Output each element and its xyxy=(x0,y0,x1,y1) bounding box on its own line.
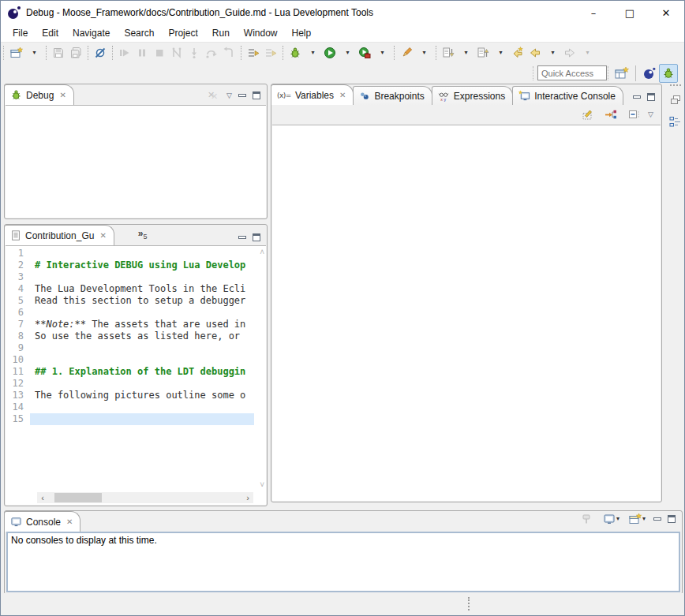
step-into-button[interactable] xyxy=(185,44,203,62)
tab-console[interactable]: Console ✕ xyxy=(4,511,80,532)
show-logical-structures-button[interactable] xyxy=(602,106,619,123)
tab-breakpoints[interactable]: Breakpoints xyxy=(353,86,432,105)
editor-line[interactable]: 9 xyxy=(6,342,254,354)
horizontal-scrollbar[interactable]: ‹ › xyxy=(37,492,253,503)
menu-item[interactable]: Edit xyxy=(35,24,66,42)
editor-line[interactable]: 1 xyxy=(6,248,254,259)
maximize-view-button[interactable] xyxy=(253,91,260,99)
drop-to-frame-button[interactable] xyxy=(262,44,279,62)
open-task-dropdown[interactable]: ▾ xyxy=(415,44,432,62)
last-edit-location-button[interactable] xyxy=(509,44,526,62)
view-menu-button[interactable]: ▽ xyxy=(226,91,232,99)
editor-line[interactable]: 10 xyxy=(6,354,254,366)
editor-line[interactable]: 14 xyxy=(6,401,254,413)
scroll-up-arrow[interactable]: ˄ xyxy=(260,248,264,256)
console-content[interactable]: No consoles to display at this time. xyxy=(6,532,680,592)
skip-all-breakpoints-button[interactable] xyxy=(92,44,109,62)
minimize-view-button[interactable] xyxy=(238,94,246,97)
tab-variables[interactable]: (x)= Variables ✕ xyxy=(271,84,354,105)
pin-console-button[interactable] xyxy=(578,510,595,528)
editor-line[interactable]: 2 # Interactive DEBUG using Lua Develop xyxy=(6,259,254,271)
display-selected-console-button[interactable]: ▾ xyxy=(601,510,621,528)
editor-line[interactable]: 7 **Note:** The assets that are used in xyxy=(6,319,254,330)
collapse-all-button[interactable] xyxy=(625,106,642,123)
previous-annotation-button[interactable] xyxy=(474,44,492,62)
forward-button[interactable] xyxy=(561,44,578,62)
run-button[interactable] xyxy=(321,44,339,62)
editor-line[interactable]: 3 xyxy=(6,271,254,283)
disconnect-button[interactable] xyxy=(168,44,185,62)
editor-line[interactable]: 5 Read this section to setup a debugger xyxy=(6,295,254,307)
menu-item[interactable]: Run xyxy=(205,24,237,42)
next-annotation-button[interactable] xyxy=(440,44,457,62)
close-icon[interactable]: ✕ xyxy=(99,231,106,240)
debug-view-content[interactable] xyxy=(6,105,266,218)
variables-view-content[interactable] xyxy=(272,125,661,501)
back-button[interactable] xyxy=(526,44,544,62)
minimize-view-button[interactable] xyxy=(633,95,641,99)
debug-dropdown[interactable]: ▾ xyxy=(304,44,321,62)
tab-expressions[interactable]: xy Expressions xyxy=(432,86,513,105)
next-annotation-dropdown[interactable]: ▾ xyxy=(457,44,474,62)
editor-line[interactable]: 12 xyxy=(6,378,254,390)
new-wizard-button[interactable] xyxy=(8,44,25,62)
maximize-view-button[interactable] xyxy=(647,93,655,101)
external-tools-button[interactable] xyxy=(356,44,373,62)
editor-line[interactable]: 4 The Lua Development Tools in the Ecli xyxy=(6,283,254,295)
restore-views-button[interactable] xyxy=(667,91,684,108)
minimize-view-button[interactable] xyxy=(238,236,246,239)
window-minimize-button[interactable]: – xyxy=(575,1,612,24)
close-icon[interactable]: ✕ xyxy=(339,91,346,99)
save-button[interactable] xyxy=(50,44,67,62)
editor-line[interactable]: 6 xyxy=(6,307,254,319)
run-dropdown[interactable]: ▾ xyxy=(339,44,356,62)
terminate-button[interactable] xyxy=(151,44,168,62)
external-tools-dropdown[interactable]: ▾ xyxy=(373,44,391,62)
trim-drag-handle[interactable] xyxy=(670,84,681,86)
editor-line[interactable]: 15 xyxy=(6,413,254,425)
debug-button[interactable] xyxy=(286,44,304,62)
menu-item[interactable]: Navigate xyxy=(66,24,117,42)
tab-debug[interactable]: Debug ✕ xyxy=(4,84,74,105)
use-step-filters-button[interactable] xyxy=(245,44,262,62)
scroll-right-arrow[interactable]: › xyxy=(242,492,253,503)
maximize-view-button[interactable] xyxy=(668,515,676,523)
scrollbar-thumb[interactable] xyxy=(54,493,102,502)
debug-perspective-button[interactable] xyxy=(659,64,678,83)
maximize-view-button[interactable] xyxy=(253,233,260,241)
tab-contribution-guide[interactable]: Contribution_Gu ✕ xyxy=(4,225,114,245)
window-close-button[interactable]: ✕ xyxy=(648,1,684,24)
remove-all-terminated-button[interactable]: ✕✕ xyxy=(208,90,220,101)
status-drag-handle[interactable] xyxy=(468,597,470,610)
open-task-button[interactable] xyxy=(398,44,415,62)
save-all-button[interactable] xyxy=(67,44,84,62)
open-console-button[interactable]: ▾ xyxy=(627,510,647,528)
scroll-left-arrow[interactable]: ‹ xyxy=(37,492,48,503)
step-over-button[interactable] xyxy=(203,44,220,62)
window-maximize-button[interactable]: □ xyxy=(612,1,648,24)
scrollbar-track[interactable] xyxy=(48,492,242,503)
editor-content[interactable]: 1 2 # Interactive DEBUG using Lua Develo… xyxy=(6,245,266,505)
back-dropdown[interactable]: ▾ xyxy=(544,44,561,62)
suspend-button[interactable] xyxy=(133,44,151,62)
step-return-button[interactable] xyxy=(220,44,238,62)
quick-access-input[interactable] xyxy=(537,65,607,80)
menu-item[interactable]: File xyxy=(6,24,35,42)
open-perspective-button[interactable] xyxy=(612,64,631,83)
close-icon[interactable]: ✕ xyxy=(66,517,73,526)
minimize-view-button[interactable] xyxy=(653,517,661,521)
lua-perspective-button[interactable] xyxy=(640,64,659,83)
view-menu-button[interactable]: ▽ xyxy=(648,110,653,118)
menu-item[interactable]: Project xyxy=(161,24,204,42)
editor-line[interactable]: 11 ## 1. Explanation of the LDT debuggin xyxy=(6,366,254,378)
menu-item[interactable]: Window xyxy=(237,24,285,42)
scroll-down-arrow[interactable]: ˅ xyxy=(260,480,264,489)
menu-item[interactable]: Help xyxy=(285,24,319,42)
previous-annotation-dropdown[interactable]: ▾ xyxy=(492,44,509,62)
editor-line[interactable]: 13 The following pictures outline some o xyxy=(6,390,254,401)
editor-overflow-chevron[interactable]: »5 xyxy=(138,228,148,241)
tab-interactive-console[interactable]: Interactive Console xyxy=(512,86,623,105)
resume-button[interactable] xyxy=(116,44,133,62)
forward-dropdown[interactable]: ▾ xyxy=(578,44,596,62)
close-icon[interactable]: ✕ xyxy=(59,91,66,99)
